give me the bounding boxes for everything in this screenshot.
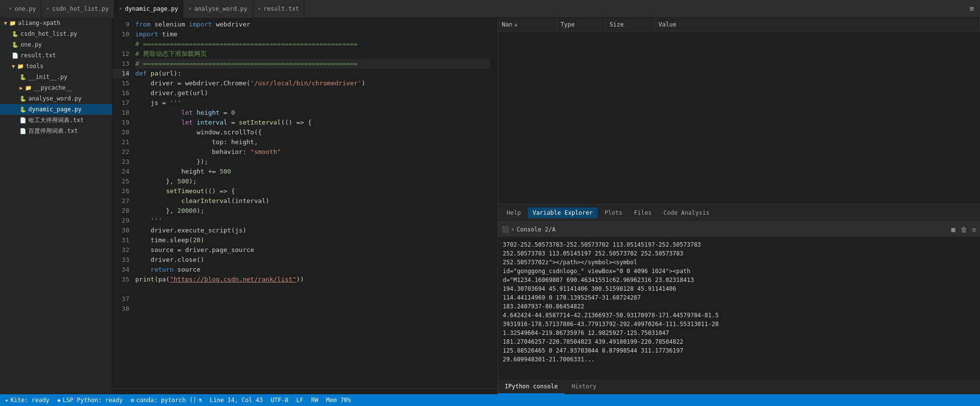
status-encoding: UTF-8 (270, 397, 288, 404)
sidebar-item-csdn-hot[interactable]: 🐍 csdn_hot_list.py (0, 28, 112, 39)
console-menu-icon[interactable]: ≡ (972, 226, 976, 233)
sidebar-item-harbin-stopwords[interactable]: 📄 哈工大停用词表.txt (0, 115, 112, 126)
tab-csdn-hot[interactable]: × csdn_hot_list.py (41, 0, 114, 18)
sidebar-item-one-py[interactable]: 🐍 one.py (0, 39, 112, 50)
tab-close-dynamic[interactable]: × (119, 6, 122, 11)
folder-icon-2: 📁 (17, 63, 24, 70)
tab-code-analysis[interactable]: Code Analysis (659, 207, 714, 218)
sort-ascending-icon: ▲ (514, 22, 517, 27)
chevron-down-icon: ▼ (4, 20, 7, 26)
tab-plots[interactable]: Plots (600, 207, 627, 218)
editor-area[interactable]: 9 10 12 13 14 15 16 17 18 19 20 21 22 23… (113, 18, 497, 394)
status-rw: RW (311, 397, 318, 404)
console-line: id="gonggong_csdnlogo_" viewBox="0 0 409… (503, 267, 975, 276)
console-stop-icon[interactable]: ■ (951, 226, 955, 233)
status-bar: ✦ Kite: ready ◈ LSP Python: ready ⚙ cond… (0, 394, 980, 406)
tab-ipython-console[interactable]: IPython console (498, 381, 564, 394)
editor-horizontal-scrollbar[interactable] (113, 388, 497, 394)
console-line: 3931916-178.57137886-43.77913792-292.499… (503, 320, 975, 329)
tab-close-csdn[interactable]: × (46, 6, 49, 11)
tab-help[interactable]: Help (502, 207, 526, 218)
right-panel-tabs: Help Variable Explorer Plots Files Code … (498, 204, 980, 222)
tab-files[interactable]: Files (629, 207, 657, 218)
var-col-type[interactable]: Type (557, 18, 606, 31)
tab-close-analyse[interactable]: × (188, 6, 191, 11)
status-line-ending: LF (296, 397, 303, 404)
var-col-nan[interactable]: Nan ▲ (498, 18, 557, 31)
console-trash-icon[interactable]: 🗑 (960, 226, 967, 233)
lsp-icon: ◈ (57, 397, 61, 404)
console-line: d="M1234.16069807 690.46341551c62.969623… (503, 276, 975, 284)
sidebar-item-pycache[interactable]: ▶ 📁 __pycache__ (0, 82, 112, 93)
console-line: 114.44114969 0 178.13952547-31.68724287 (503, 293, 975, 302)
conda-icon: ⚙ (131, 397, 134, 404)
tab-dynamic-page[interactable]: × dynamic_page.py (114, 0, 183, 18)
tab-history[interactable]: History (564, 381, 603, 394)
py-file-icon: 🐍 (12, 31, 19, 37)
py-file-icon-4: 🐍 (20, 96, 26, 102)
tab-overflow-menu[interactable]: ≡ (963, 4, 980, 13)
var-col-size[interactable]: Size (606, 18, 655, 31)
folder-icon-3: 📁 (25, 85, 32, 91)
editor-vertical-scrollbar[interactable] (490, 18, 497, 388)
code-editor[interactable]: from selenium import webdriver import ti… (133, 18, 490, 388)
console-line: 181.27046257-220.78504823 439.49180199-2… (503, 337, 975, 346)
sidebar-item-analyse-word[interactable]: 🐍 analyse_word.py (0, 93, 112, 104)
line-numbers: 9 10 12 13 14 15 16 17 18 19 20 21 22 23… (113, 18, 133, 388)
py-file-icon-3: 🐍 (20, 74, 26, 80)
var-col-value[interactable]: Value (655, 18, 980, 31)
console-output: 3702-252.50573783-252.50573702 113.05145… (498, 237, 980, 381)
right-panel: Nan ▲ Type Size Value Help Variable Expl… (497, 18, 980, 394)
tab-bar: × one.py × csdn_hot_list.py × dynamic_pa… (0, 0, 980, 18)
console-toolbar: ■ 🗑 ≡ (951, 226, 976, 233)
status-line-col: Line 14, Col 43 (210, 397, 263, 404)
chevron-right-icon: ▶ (20, 85, 23, 91)
tab-result-txt[interactable]: × result.txt (253, 0, 304, 18)
txt-file-icon-3: 📄 (20, 128, 26, 134)
main-layout: ▼ 📁 aliang-xpath 🐍 csdn_hot_list.py 🐍 on… (0, 18, 980, 394)
console-close-icon[interactable]: × (511, 226, 514, 233)
console-header: ⬛ × Console 2/A ■ 🗑 ≡ (498, 222, 980, 237)
folder-icon: 📁 (9, 20, 16, 26)
tab-one-py[interactable]: × one.py (4, 0, 41, 18)
console-bottom-tabs: IPython console History (498, 381, 980, 394)
chevron-down-icon-2: ▼ (12, 63, 15, 70)
status-memory: Mem 70% (326, 397, 351, 404)
console-line: 252.50573783 113.05145197 252.50573702 2… (503, 249, 975, 258)
tab-analyse-word[interactable]: × analyse_word.py (183, 0, 252, 18)
console-line: 29.609948301-21.7006331... (503, 355, 975, 364)
status-kite: ✦ Kite: ready (5, 397, 49, 404)
status-conda: ⚙ conda: pytorch () ⚗ (131, 397, 202, 404)
txt-file-icon-2: 📄 (20, 117, 26, 124)
variable-explorer-header: Nan ▲ Type Size Value (498, 18, 980, 31)
txt-file-icon: 📄 (12, 52, 19, 59)
sidebar-item-init-py[interactable]: 🐍 __init__.py (0, 72, 112, 82)
py-file-icon-2: 🐍 (12, 42, 19, 48)
conda-env-icon: ⚗ (198, 397, 202, 404)
console-line: 125.88526465 0 247.93783044 8.87998544 3… (503, 346, 975, 355)
sidebar-item-root[interactable]: ▼ 📁 aliang-xpath (0, 18, 112, 28)
tab-close-result[interactable]: × (258, 6, 261, 11)
console-line: 4.642424-44.8587714-42.21366937-50.93170… (503, 311, 975, 320)
sidebar-item-result-txt[interactable]: 📄 result.txt (0, 50, 112, 61)
tab-close-one[interactable]: × (9, 6, 12, 11)
status-lsp: ◈ LSP Python: ready (57, 397, 123, 404)
console-line: 252.50573702z"></path></symbol><symbol (503, 258, 975, 267)
console-line: 183.2407937-80.86454822 (503, 302, 975, 311)
console-title: ⬛ × Console 2/A (502, 226, 556, 233)
console-line: 194.30703694 45.91141406 300.51598128 45… (503, 284, 975, 293)
console-area: ⬛ × Console 2/A ■ 🗑 ≡ 3702-252.50573783-… (498, 222, 980, 394)
console-tab-icon: ⬛ (502, 226, 509, 233)
sidebar-item-baidu-stopwords[interactable]: 📄 百度停用词表.txt (0, 126, 112, 136)
sidebar-item-tools-folder[interactable]: ▼ 📁 tools (0, 61, 112, 72)
console-line: 3702-252.50573783-252.50573702 113.05145… (503, 240, 975, 249)
py-file-icon-5: 🐍 (20, 106, 26, 113)
console-line: 1.32549604-219.86735976 12.9825927-125.7… (503, 329, 975, 337)
variable-explorer-body (498, 31, 980, 204)
kite-icon: ✦ (5, 397, 8, 404)
sidebar: ▼ 📁 aliang-xpath 🐍 csdn_hot_list.py 🐍 on… (0, 18, 113, 394)
tab-variable-explorer[interactable]: Variable Explorer (528, 207, 598, 218)
sidebar-item-dynamic-page[interactable]: 🐍 dynamic_page.py (0, 104, 112, 115)
